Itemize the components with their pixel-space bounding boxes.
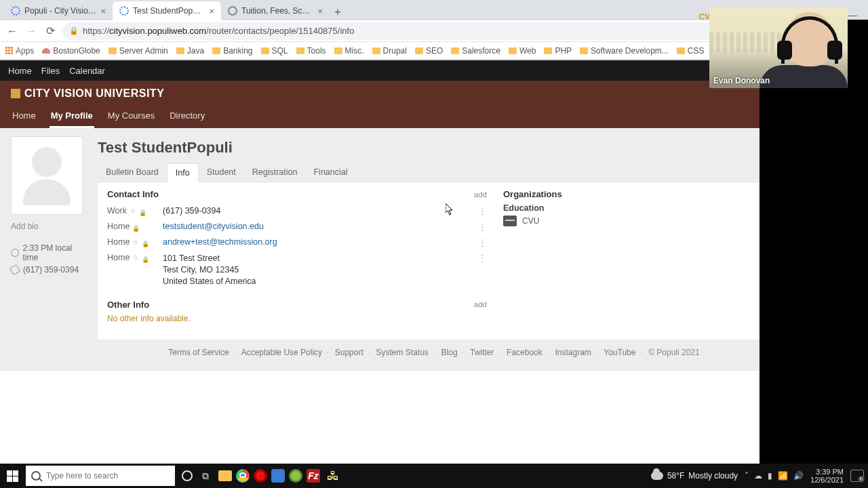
url-scheme: https://: [83, 26, 109, 36]
footer-terms[interactable]: Terms of Service: [168, 348, 229, 357]
windows-logo-icon: [7, 470, 18, 482]
bookmark-softwaredev[interactable]: Software Developm...: [580, 46, 669, 56]
footer-youtube[interactable]: YouTube: [604, 348, 635, 357]
footer-support[interactable]: Support: [335, 348, 363, 357]
address-bar[interactable]: 🔒 https://cityvision.populiweb.com/route…: [62, 22, 776, 40]
wifi-icon[interactable]: 📶: [778, 471, 788, 481]
battery-icon[interactable]: ▮: [768, 471, 772, 481]
reload-button[interactable]: ⟳: [43, 24, 57, 38]
filezilla-icon[interactable]: Fz: [307, 469, 320, 483]
contact-add-link[interactable]: add: [474, 190, 487, 199]
footer-instagram[interactable]: Instagram: [555, 348, 591, 357]
add-bio-link[interactable]: Add bio: [11, 222, 87, 231]
footer-status[interactable]: System Status: [376, 348, 428, 357]
email-link[interactable]: andrew+test@techmission.org: [163, 237, 277, 247]
topnav-home[interactable]: Home: [8, 66, 32, 76]
address-line3: United States of America: [163, 276, 476, 287]
task-view-icon[interactable]: ⧉: [197, 467, 214, 485]
row-menu-icon[interactable]: ⋮: [476, 237, 487, 247]
other-add-link[interactable]: add: [474, 300, 487, 308]
taskbar-search[interactable]: Type here to search: [26, 466, 175, 486]
new-tab-button[interactable]: +: [330, 4, 346, 20]
back-button[interactable]: ←: [5, 24, 19, 38]
opera-icon[interactable]: [254, 469, 267, 483]
app-blue-icon[interactable]: [271, 469, 285, 483]
browser-tab-tuition[interactable]: Tuition, Fees, Scholarships and F… ×: [221, 1, 330, 20]
taskbar-clock[interactable]: 3:39 PM 12/6/2021: [810, 468, 844, 484]
bookmark-php[interactable]: PHP: [544, 46, 572, 56]
star-icon[interactable]: ☆: [132, 253, 139, 262]
minimize-icon[interactable]: —: [848, 10, 857, 20]
content-main: Contact Info add Work ☆ (617) 359-0394 ⋮…: [107, 189, 487, 323]
bookmark-java[interactable]: Java: [176, 46, 204, 56]
bookmark-web[interactable]: Web: [509, 46, 536, 56]
close-icon[interactable]: ×: [317, 6, 323, 16]
tab-financial[interactable]: Financial: [305, 163, 355, 182]
tab-registration[interactable]: Registration: [244, 163, 306, 182]
nav-home[interactable]: Home: [11, 106, 37, 128]
tab-bulletin-board[interactable]: Bulletin Board: [98, 163, 167, 182]
bookmark-css[interactable]: CSS: [677, 46, 705, 56]
bookmark-bostonglobe[interactable]: BostonGlobe: [42, 46, 100, 56]
start-button[interactable]: [0, 464, 24, 488]
nav-my-profile[interactable]: My Profile: [50, 106, 94, 128]
email-link[interactable]: teststudent@cityvision.edu: [163, 222, 264, 231]
forward-button[interactable]: →: [24, 24, 38, 38]
task-icons: ⧉ Fz 🖧: [182, 467, 342, 485]
bookmark-banking[interactable]: Banking: [212, 46, 252, 56]
row-menu-icon[interactable]: ⋮: [476, 206, 487, 216]
weather-widget[interactable]: 58°F Mostly cloudy: [651, 471, 738, 481]
footer-twitter[interactable]: Twitter: [470, 348, 494, 357]
footer-facebook[interactable]: Facebook: [507, 348, 542, 357]
tray-icons: ˄ ☁ ▮ 📶 🔊: [745, 471, 804, 481]
bookmark-drupal[interactable]: Drupal: [372, 46, 407, 56]
chevron-up-icon[interactable]: ˄: [745, 471, 749, 481]
footer-blog[interactable]: Blog: [441, 348, 458, 357]
nav-my-courses[interactable]: My Courses: [106, 106, 156, 128]
close-icon[interactable]: ×: [100, 6, 106, 16]
favicon-icon: [11, 6, 20, 16]
nav-directory[interactable]: Directory: [168, 106, 206, 128]
bookmark-tools[interactable]: Tools: [296, 46, 326, 56]
tab-student[interactable]: Student: [199, 163, 244, 182]
onedrive-icon[interactable]: ☁: [754, 471, 762, 481]
other-info-empty: No other info available.: [107, 314, 487, 323]
bookmark-misc[interactable]: Misc.: [334, 46, 364, 56]
brand-icon: [11, 89, 20, 98]
bookmark-seo[interactable]: SEO: [415, 46, 443, 56]
app-green-icon[interactable]: [289, 469, 302, 483]
lock-icon: 🔒: [69, 26, 79, 35]
putty-icon[interactable]: 🖧: [324, 467, 342, 485]
contact-row-home-email1: Home teststudent@cityvision.edu ⋮: [107, 219, 487, 235]
browser-tab-info[interactable]: Test StudentPopuli: Info ×: [113, 1, 221, 20]
bookmark-sql[interactable]: SQL: [261, 46, 288, 56]
system-tray: 58°F Mostly cloudy ˄ ☁ ▮ 📶 🔊 3:39 PM 12/…: [651, 468, 868, 484]
local-time-text: 2:33 PM local time: [23, 243, 87, 262]
profile-phone: (617) 359-0394: [11, 265, 87, 274]
topnav-files[interactable]: Files: [41, 66, 60, 76]
topnav-calendar[interactable]: Calendar: [69, 66, 105, 76]
taskbar-date: 12/6/2021: [810, 476, 844, 484]
lock-icon: [142, 239, 149, 246]
close-icon[interactable]: ×: [209, 6, 214, 16]
taskbar: Type here to search ⧉ Fz 🖧 58°F Mostly c…: [0, 464, 868, 488]
browser-tab-populi[interactable]: Populi - City Vision University ×: [4, 1, 113, 20]
footer-aup[interactable]: Acceptable Use Policy: [241, 348, 322, 357]
volume-icon[interactable]: 🔊: [793, 471, 804, 481]
chrome-icon[interactable]: [236, 469, 250, 483]
apps-button[interactable]: Apps: [5, 46, 34, 56]
org-item-cvu[interactable]: CVU: [503, 216, 734, 226]
star-icon[interactable]: ☆: [132, 238, 139, 247]
star-icon[interactable]: ☆: [130, 207, 136, 216]
row-menu-icon[interactable]: ⋮: [476, 222, 487, 232]
tab-title: Populi - City Vision University: [24, 6, 96, 16]
main-nav: Home My Profile My Courses Directory: [0, 106, 868, 128]
bookmark-server-admin[interactable]: Server Admin: [108, 46, 168, 56]
file-explorer-icon[interactable]: [218, 470, 232, 481]
bookmark-salesforce[interactable]: Salesforce: [451, 46, 500, 56]
tab-info[interactable]: Info: [167, 163, 199, 182]
profile-avatar[interactable]: [11, 136, 83, 215]
cortana-icon[interactable]: [182, 470, 193, 481]
action-center-icon[interactable]: [850, 470, 864, 482]
row-menu-icon[interactable]: ⋮: [476, 253, 487, 263]
